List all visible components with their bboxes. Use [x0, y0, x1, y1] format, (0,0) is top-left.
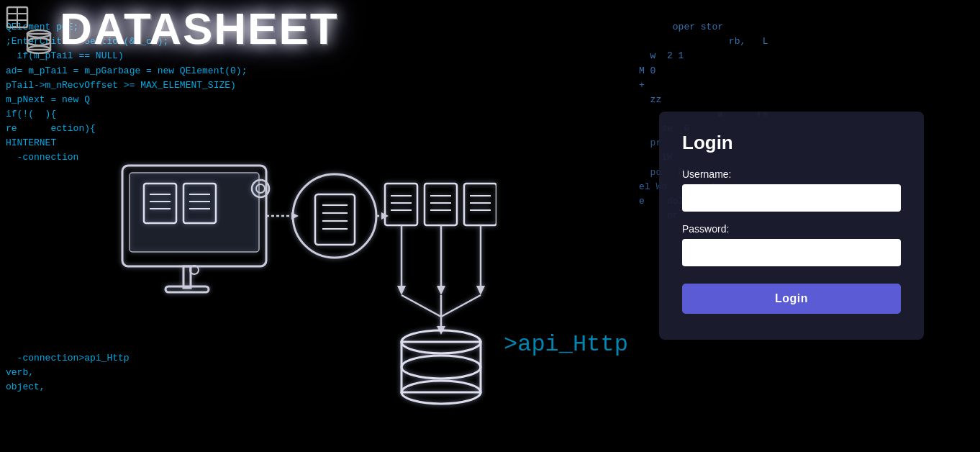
- illustration: [101, 144, 496, 421]
- svg-point-57: [401, 356, 481, 379]
- password-label: Password:: [682, 223, 901, 235]
- svg-marker-44: [397, 286, 406, 295]
- svg-rect-24: [315, 194, 355, 245]
- login-title: Login: [682, 132, 901, 154]
- svg-rect-35: [425, 184, 457, 225]
- logo-icon: [4, 4, 54, 54]
- password-group: Password:: [682, 223, 901, 266]
- svg-marker-48: [476, 286, 485, 295]
- login-button[interactable]: Login: [682, 284, 901, 314]
- svg-rect-31: [385, 184, 417, 225]
- svg-rect-39: [464, 184, 496, 225]
- password-input[interactable]: [682, 239, 901, 266]
- app-title: DATASHEET: [60, 6, 339, 51]
- svg-rect-11: [165, 286, 209, 292]
- svg-marker-46: [437, 286, 445, 295]
- logo-area: DATASHEET: [4, 4, 339, 54]
- svg-line-49: [401, 295, 441, 317]
- svg-marker-30: [291, 212, 299, 220]
- svg-point-7: [27, 38, 50, 45]
- login-panel: Login Username: Password: Login: [659, 112, 924, 340]
- username-label: Username:: [682, 168, 901, 180]
- svg-line-51: [441, 295, 481, 317]
- svg-rect-9: [130, 173, 259, 252]
- username-input[interactable]: [682, 184, 901, 212]
- username-group: Username:: [682, 168, 901, 212]
